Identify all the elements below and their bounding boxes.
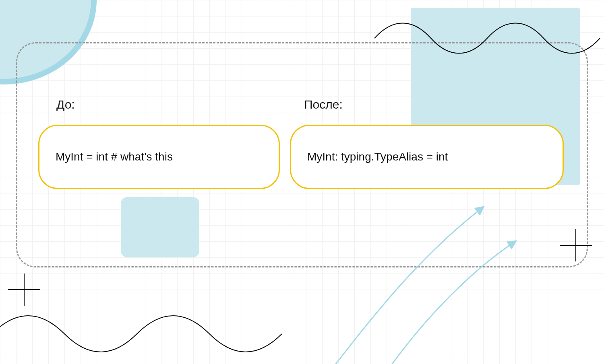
code-bubble-before: MyInt = int # what's this bbox=[38, 125, 280, 189]
label-before: До: bbox=[56, 98, 75, 111]
wave-bottom-left bbox=[0, 306, 282, 362]
label-after: После: bbox=[304, 98, 343, 111]
arrows-bottom-right bbox=[306, 185, 604, 364]
code-before-text: MyInt = int # what's this bbox=[56, 150, 173, 163]
plus-icon-bottom-left bbox=[8, 274, 40, 306]
code-after-text: MyInt: typing.TypeAlias = int bbox=[307, 150, 448, 163]
wave-top-right bbox=[374, 14, 600, 62]
plus-icon-right bbox=[560, 229, 592, 261]
code-bubble-after: MyInt: typing.TypeAlias = int bbox=[290, 125, 564, 189]
